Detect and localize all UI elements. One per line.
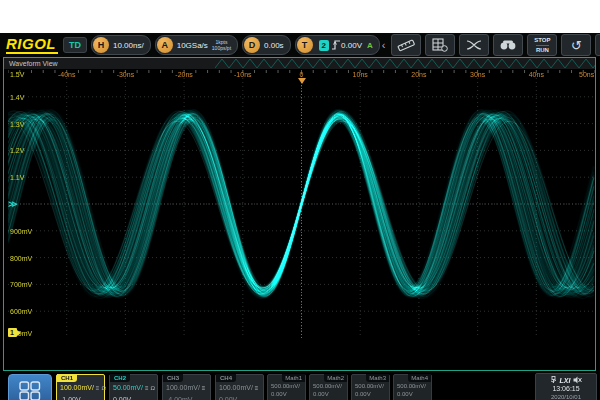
math-box-math1[interactable]: Math1 500.00mV/ 0.00V CH1+CH1 bbox=[267, 374, 306, 400]
mode-badge[interactable]: TD bbox=[63, 37, 87, 53]
channel-box-ch3[interactable]: CH3 100.00mV/≡ -4.00mV bbox=[162, 374, 211, 400]
math3-offset: 0.00V bbox=[355, 391, 371, 397]
math3-tab: Math3 bbox=[366, 374, 389, 382]
display-layout-button[interactable] bbox=[8, 374, 52, 400]
math4-scale: 500.00mV/ bbox=[397, 383, 426, 389]
toolbar-collapse-left[interactable]: ‹ bbox=[382, 35, 386, 55]
bw-limit-icon: ≡ bbox=[202, 385, 206, 391]
math-box-math4[interactable]: Math4 500.00mV/ 0.00V CH1+CH1 bbox=[393, 374, 432, 400]
waveform-trace bbox=[8, 70, 595, 338]
eye-diagram-button[interactable] bbox=[459, 34, 489, 56]
clock-date: 2020/10/01 bbox=[536, 393, 596, 400]
lxi-badge: LXI bbox=[560, 377, 571, 384]
binoculars-icon bbox=[499, 39, 517, 51]
ch3-tab: CH3 bbox=[163, 374, 183, 382]
waveform-view-panel: Waveform View 1.5V1.4V1.3V1.2V1.1V900mV8… bbox=[3, 57, 596, 371]
search-button[interactable] bbox=[493, 34, 523, 56]
decorative-waveform-strip bbox=[215, 58, 595, 69]
trigger-knob[interactable]: T bbox=[297, 37, 313, 53]
bw-limit-icon: ≡ bbox=[96, 385, 100, 391]
math1-tab: Math1 bbox=[282, 374, 305, 382]
delay-value: 0.00s bbox=[264, 41, 284, 50]
delay-settings[interactable]: D 0.00s bbox=[242, 35, 291, 55]
waveform-view-titlebar[interactable]: Waveform View bbox=[4, 58, 595, 69]
history-icon: ↺ bbox=[571, 39, 582, 52]
channel-box-ch4[interactable]: CH4 100.00mV/≡ 0.00V bbox=[215, 374, 264, 400]
math2-tab: Math2 bbox=[324, 374, 347, 382]
timebase-value: 10.00ns/ bbox=[113, 41, 144, 50]
trigger-settings[interactable]: T 2 0.00V A bbox=[295, 35, 380, 55]
ch1-offset: -1.00V bbox=[60, 396, 81, 400]
math-box-math3[interactable]: Math3 500.00mV/ 0.00V CH1+CH1 bbox=[351, 374, 390, 400]
trigger-position-marker[interactable] bbox=[298, 78, 306, 84]
trigger-sweep-mode: A bbox=[367, 41, 373, 50]
channel-status-bar: CH1 100.00mV/≡Ω -1.00V CH2 50.00mV/≡Ω 0.… bbox=[0, 371, 600, 400]
impedance-icon: Ω bbox=[150, 385, 155, 391]
math-box-math2[interactable]: Math2 500.00mV/ 0.00V CH1+CH1 bbox=[309, 374, 348, 400]
ch2-tab: CH2 bbox=[110, 374, 130, 382]
windows-button[interactable] bbox=[595, 34, 600, 56]
system-status-panel[interactable]: LXI 13:06:15 2020/10/01 bbox=[535, 373, 597, 400]
ch2-trigger-level-marker[interactable]: ≫ bbox=[8, 199, 17, 209]
ch3-scale: 100.00mV/ bbox=[166, 384, 200, 391]
memory-depth: 1kpts 100ps/pt bbox=[212, 39, 231, 51]
trigger-source-badge: 2 bbox=[319, 40, 329, 51]
channel-box-ch2[interactable]: CH2 50.00mV/≡Ω 0.00V bbox=[109, 374, 158, 400]
top-bar: RIGOL TD H 10.00ns/ A 10GSa/s 1kpts 100p… bbox=[0, 33, 600, 57]
math1-scale: 500.00mV/ bbox=[271, 383, 300, 389]
ch4-offset: 0.00V bbox=[219, 396, 237, 400]
usb-device-icon bbox=[550, 376, 557, 384]
ch1-scale: 100.00mV/ bbox=[60, 384, 94, 391]
rigol-logo: RIGOL bbox=[6, 37, 58, 54]
layout-grid-icon bbox=[19, 381, 41, 400]
ch1-tab: CH1 bbox=[57, 374, 77, 382]
math1-offset: 0.00V bbox=[271, 391, 287, 397]
horizontal-knob[interactable]: H bbox=[93, 37, 109, 53]
ch3-offset: -4.00mV bbox=[166, 396, 192, 400]
clock-time: 13:06:15 bbox=[536, 384, 596, 393]
waveform-graph[interactable]: 1.5V1.4V1.3V1.2V1.1V900mV800mV700mV600mV… bbox=[8, 70, 595, 338]
measure-button[interactable] bbox=[391, 34, 421, 56]
math4-tab: Math4 bbox=[408, 374, 431, 382]
ch4-scale: 100.00mV/ bbox=[219, 384, 253, 391]
acquire-settings[interactable]: A 10GSa/s 1kpts 100ps/pt bbox=[155, 35, 238, 55]
ch1-position-marker[interactable]: 1 bbox=[8, 328, 17, 337]
history-button[interactable]: ↺ bbox=[561, 34, 591, 56]
delay-knob[interactable]: D bbox=[244, 37, 260, 53]
trigger-slope-icon bbox=[331, 39, 341, 51]
sound-muted-icon bbox=[573, 376, 582, 384]
ch4-tab: CH4 bbox=[216, 374, 236, 382]
bw-limit-icon: ≡ bbox=[145, 385, 149, 391]
trigger-level: 0.00V bbox=[341, 41, 362, 50]
panel-title: Waveform View bbox=[9, 60, 58, 67]
acquire-knob[interactable]: A bbox=[157, 37, 173, 53]
ch2-scale: 50.00mV/ bbox=[113, 384, 143, 391]
oscilloscope-ui: RIGOL TD H 10.00ns/ A 10GSa/s 1kpts 100p… bbox=[0, 33, 600, 377]
ch2-offset: 0.00V bbox=[113, 396, 131, 400]
math2-offset: 0.00V bbox=[313, 391, 329, 397]
table-grid-icon bbox=[432, 38, 448, 52]
bw-limit-icon: ≡ bbox=[255, 385, 259, 391]
impedance-icon: Ω bbox=[101, 385, 106, 391]
channel-box-ch1[interactable]: CH1 100.00mV/≡Ω -1.00V bbox=[56, 374, 105, 400]
ruler-icon bbox=[397, 37, 415, 53]
result-table-button[interactable] bbox=[425, 34, 455, 56]
math2-scale: 500.00mV/ bbox=[313, 383, 342, 389]
horizontal-settings[interactable]: H 10.00ns/ bbox=[91, 35, 151, 55]
eye-diagram-icon bbox=[465, 38, 483, 52]
math4-offset: 0.00V bbox=[397, 391, 413, 397]
stop-run-button[interactable]: STOP RUN bbox=[527, 34, 557, 56]
sample-rate: 10GSa/s bbox=[177, 41, 208, 50]
math3-scale: 500.00mV/ bbox=[355, 383, 384, 389]
